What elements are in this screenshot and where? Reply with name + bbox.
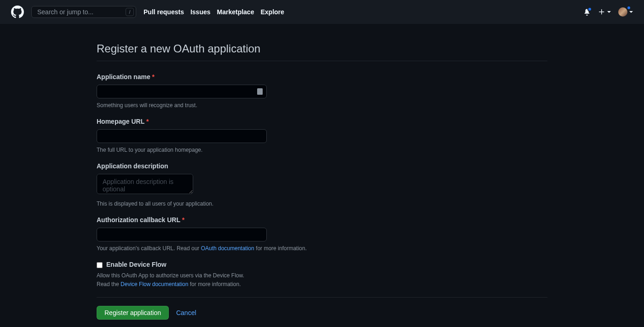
cancel-link[interactable]: Cancel [176,308,196,318]
register-application-button[interactable]: Register application [97,306,169,320]
search-shortcut-badge: / [126,8,134,16]
callback-url-input[interactable] [97,228,267,241]
label-text: Application name [97,73,150,80]
contact-card-icon [256,88,264,95]
nav-explore[interactable]: Explore [260,7,284,17]
search-container: / [31,6,136,18]
github-logo[interactable] [11,6,24,18]
application-name-input[interactable] [97,85,267,98]
hint-text: Your application's callback URL. Read ou… [97,245,201,252]
field-callback-url: Authorization callback URL * Your applic… [97,215,382,252]
hint-text: for more information. [188,281,241,287]
primary-nav: Pull requests Issues Marketplace Explore [144,7,284,17]
nav-marketplace[interactable]: Marketplace [217,7,254,17]
hint-device-flow: Allow this OAuth App to authorize users … [97,271,382,289]
section-divider [97,297,547,298]
notifications-button[interactable] [583,8,591,16]
page-title: Register a new OAuth application [97,40,547,61]
required-marker: * [182,216,184,224]
required-marker: * [146,118,149,125]
label-application-description: Application description [97,161,382,171]
header-right [583,7,633,17]
plus-icon [598,8,605,16]
label-text: Homepage URL [97,118,144,125]
user-menu-button[interactable] [618,7,633,17]
label-callback-url: Authorization callback URL * [97,215,382,225]
notification-indicator [587,7,592,11]
hint-text: Read the [97,281,121,287]
label-homepage-url: Homepage URL * [97,117,382,126]
nav-pull-requests[interactable]: Pull requests [144,7,184,17]
field-homepage-url: Homepage URL * The full URL to your appl… [97,117,382,154]
nav-issues[interactable]: Issues [190,7,211,17]
oauth-docs-link[interactable]: OAuth documentation [201,245,254,252]
hint-homepage-url: The full URL to your application homepag… [97,146,382,154]
form-actions: Register application Cancel [97,306,547,327]
required-marker: * [152,73,155,80]
search-input[interactable] [31,6,136,18]
hint-application-description: This is displayed to all users of your a… [97,200,382,208]
label-device-flow: Enable Device Flow [106,260,167,270]
main-container: Register a new OAuth application Applica… [89,24,555,327]
global-header: / Pull requests Issues Marketplace Explo… [0,0,644,24]
field-device-flow: Enable Device Flow Allow this OAuth App … [97,260,382,289]
create-new-button[interactable] [598,8,611,16]
chevron-down-icon [629,11,633,13]
field-application-name: Application name * Something users will … [97,72,382,109]
enable-device-flow-checkbox[interactable] [97,262,103,268]
application-description-input[interactable] [97,174,193,194]
chevron-down-icon [607,11,611,13]
label-text: Authorization callback URL [97,216,180,224]
homepage-url-input[interactable] [97,129,267,143]
hint-text: for more information. [254,245,307,252]
hint-text: Allow this OAuth App to authorize users … [97,272,244,279]
hint-application-name: Something users will recognize and trust… [97,101,382,109]
user-indicator [627,6,631,10]
hint-callback-url: Your application's callback URL. Read ou… [97,244,382,252]
device-flow-docs-link[interactable]: Device Flow documentation [121,281,188,287]
label-application-name: Application name * [97,72,382,82]
field-application-description: Application description This is displaye… [97,161,382,208]
avatar [618,7,627,17]
